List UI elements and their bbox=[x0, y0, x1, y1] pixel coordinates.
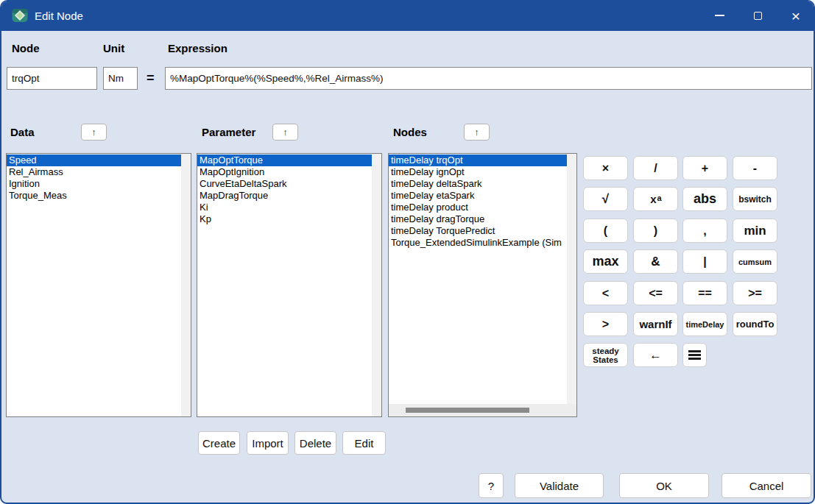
comma-button[interactable]: , bbox=[682, 219, 727, 243]
greater-equal-button[interactable]: >= bbox=[733, 281, 777, 305]
and-button[interactable]: & bbox=[633, 249, 678, 274]
list-item[interactable]: timeDelay TorquePredict bbox=[389, 225, 567, 237]
node-input[interactable] bbox=[7, 67, 97, 90]
nodes-sort-button[interactable]: ↑ bbox=[464, 124, 490, 141]
bswitch-button[interactable]: bswitch bbox=[733, 187, 777, 211]
warnif-button[interactable]: warnIf bbox=[633, 312, 678, 336]
steadystates-line2: States bbox=[593, 355, 618, 364]
scrollbar-thumb[interactable] bbox=[406, 408, 529, 413]
list-item[interactable]: Speed bbox=[7, 155, 181, 166]
unit-label: Unit bbox=[103, 42, 124, 54]
list-item[interactable]: timeDelay dragTorque bbox=[389, 213, 567, 225]
min-button[interactable]: min bbox=[733, 219, 777, 243]
list-item[interactable]: timeDelay product bbox=[389, 202, 567, 213]
list-item[interactable]: MapDragTorque bbox=[197, 190, 372, 202]
unit-input[interactable] bbox=[103, 67, 138, 90]
steadystates-line1: steady bbox=[592, 347, 618, 355]
maximize-icon bbox=[754, 12, 762, 20]
help-button[interactable]: ? bbox=[479, 473, 504, 498]
close-button[interactable]: × bbox=[777, 0, 815, 31]
open-paren-button[interactable]: ( bbox=[583, 219, 628, 243]
close-icon: × bbox=[791, 8, 800, 24]
data-listbox[interactable]: Speed Rel_Airmass Ignition Torque_Meas bbox=[6, 153, 191, 417]
minimize-icon bbox=[715, 15, 724, 16]
equal-button[interactable]: == bbox=[682, 281, 727, 305]
steadystates-button[interactable]: steady States bbox=[583, 343, 628, 367]
data-list-label: Data bbox=[10, 126, 35, 138]
minimize-button[interactable] bbox=[700, 0, 738, 31]
menu-icon bbox=[688, 349, 701, 361]
validate-button[interactable]: Validate bbox=[515, 473, 604, 498]
nodes-listbox[interactable]: timeDelay trqOpt timeDelay ignOpt timeDe… bbox=[388, 153, 577, 417]
list-item[interactable]: timeDelay deltaSpark bbox=[389, 178, 567, 190]
abs-button[interactable]: abs bbox=[682, 187, 727, 211]
less-than-button[interactable]: < bbox=[583, 281, 628, 305]
list-item[interactable]: MapOptTorque bbox=[197, 155, 372, 166]
parameter-vertical-scrollbar[interactable] bbox=[372, 154, 381, 416]
power-exponent: a bbox=[657, 194, 662, 202]
node-label: Node bbox=[12, 42, 40, 54]
data-vertical-scrollbar[interactable] bbox=[181, 154, 191, 416]
minus-button[interactable]: - bbox=[733, 156, 777, 180]
delete-button[interactable]: Delete bbox=[294, 431, 336, 455]
divide-button[interactable]: / bbox=[633, 156, 678, 180]
list-item[interactable]: timeDelay trqOpt bbox=[389, 155, 567, 166]
equals-sign: = bbox=[147, 71, 155, 86]
app-icon bbox=[12, 7, 28, 24]
roundto-button[interactable]: roundTo bbox=[733, 312, 777, 336]
list-item[interactable]: Ignition bbox=[7, 178, 181, 190]
less-equal-button[interactable]: <= bbox=[633, 281, 678, 305]
list-item[interactable]: Ki bbox=[197, 202, 372, 213]
multiply-button[interactable]: × bbox=[583, 156, 628, 180]
list-item[interactable]: Kp bbox=[197, 213, 372, 225]
parameter-list-label: Parameter bbox=[202, 126, 255, 138]
menu-button[interactable] bbox=[682, 343, 707, 367]
list-item[interactable]: timeDelay ignOpt bbox=[389, 166, 567, 178]
nodes-horizontal-scrollbar[interactable] bbox=[389, 404, 576, 416]
maximize-button[interactable] bbox=[738, 0, 777, 31]
ok-button[interactable]: OK bbox=[619, 473, 709, 498]
power-base: x bbox=[650, 193, 656, 205]
or-button[interactable]: | bbox=[682, 249, 727, 274]
list-item[interactable]: CurveEtaDeltaSpark bbox=[197, 178, 372, 190]
window-title: Edit Node bbox=[35, 10, 83, 22]
sqrt-button[interactable]: √ bbox=[583, 187, 628, 211]
list-item[interactable]: Torque_ExtendedSimulinkExample (Sim bbox=[389, 237, 567, 249]
parameter-listbox[interactable]: MapOptTorque MapOptIgnition CurveEtaDelt… bbox=[197, 153, 382, 417]
import-button[interactable]: Import bbox=[247, 431, 289, 455]
cancel-button[interactable]: Cancel bbox=[721, 473, 811, 498]
edit-button[interactable]: Edit bbox=[342, 431, 386, 455]
list-item[interactable]: MapOptIgnition bbox=[197, 166, 372, 178]
greater-than-button[interactable]: > bbox=[583, 312, 628, 336]
up-arrow-icon: ↑ bbox=[91, 127, 96, 138]
create-button[interactable]: Create bbox=[198, 431, 240, 455]
power-button[interactable]: xa bbox=[633, 187, 678, 211]
expression-input[interactable] bbox=[165, 67, 812, 90]
back-arrow-button[interactable]: ← bbox=[633, 343, 678, 367]
cumsum-button[interactable]: cumsum bbox=[733, 249, 777, 274]
nodes-vertical-scrollbar[interactable] bbox=[567, 154, 576, 404]
close-paren-button[interactable]: ) bbox=[633, 219, 678, 243]
list-item[interactable]: Rel_Airmass bbox=[7, 166, 181, 178]
edit-node-dialog: Edit Node × Node Unit Expression = Data … bbox=[0, 0, 815, 504]
parameter-sort-button[interactable]: ↑ bbox=[272, 124, 298, 141]
list-item[interactable]: timeDelay etaSpark bbox=[389, 190, 567, 202]
max-button[interactable]: max bbox=[583, 249, 628, 274]
timedelay-button[interactable]: timeDelay bbox=[682, 312, 727, 336]
titlebar[interactable]: Edit Node × bbox=[0, 0, 815, 31]
list-item[interactable]: Torque_Meas bbox=[7, 190, 181, 202]
nodes-list-label: Nodes bbox=[393, 126, 427, 138]
up-arrow-icon: ↑ bbox=[283, 127, 288, 138]
plus-button[interactable]: + bbox=[682, 156, 727, 180]
up-arrow-icon: ↑ bbox=[474, 127, 479, 138]
data-sort-button[interactable]: ↑ bbox=[81, 124, 107, 141]
expression-label: Expression bbox=[168, 42, 227, 54]
